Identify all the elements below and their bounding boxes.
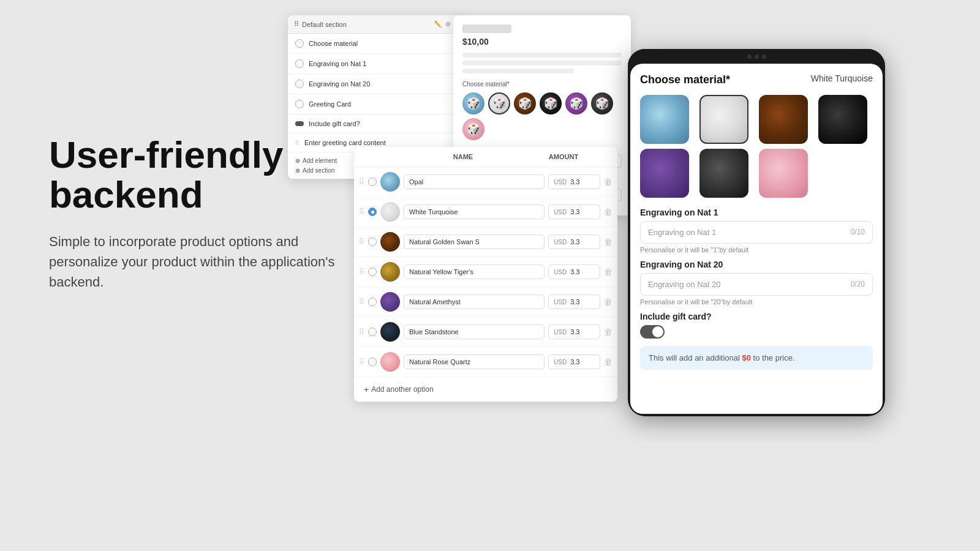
- tablet-dice-dark[interactable]: [818, 95, 867, 144]
- tablet-dice-amethyst[interactable]: [640, 149, 689, 198]
- plus-icon: ⊕: [295, 167, 300, 174]
- drag-handle-icon[interactable]: ⠿: [359, 208, 364, 216]
- info-box-suffix: to the price.: [753, 353, 795, 362]
- edit-icon[interactable]: ✏️: [434, 21, 442, 28]
- dice-dark2[interactable]: 🎲: [591, 92, 613, 114]
- tablet-engraving-nat20-placeholder: Engraving on Nat 20: [648, 280, 721, 289]
- tablet-engraving-nat20-label: Engraving on Nat 20: [640, 260, 873, 269]
- backend-panel-header: ⠿ Default section ✏️ ⚙ ✕: [288, 15, 466, 34]
- delete-icon-white-turquoise[interactable]: 🗑: [604, 207, 612, 217]
- item-icon: [295, 59, 304, 68]
- tablet-dice-pink[interactable]: [759, 149, 808, 198]
- row-amount-blue: USD 3.3: [548, 324, 600, 339]
- dice-purple1[interactable]: 🎲: [565, 92, 587, 114]
- tablet-dice-opal[interactable]: [640, 95, 689, 144]
- backend-item-engraving-nat20[interactable]: Engraving on Nat 20: [288, 74, 466, 94]
- desc-line: [462, 69, 574, 73]
- col-name-header: NAME: [393, 153, 533, 160]
- tablet-engraving-nat1-label: Engraving on Nat 1: [640, 208, 873, 217]
- drag-handle-icon[interactable]: ⠿: [359, 298, 364, 306]
- row-radio-yellow[interactable]: [368, 268, 377, 276]
- tablet-screen: Choose material* White Turquoise Engravi…: [630, 64, 883, 414]
- row-name-input-rose[interactable]: [404, 354, 545, 369]
- tablet-engraving-nat1-count: 0/10: [851, 228, 865, 237]
- row-radio-blue[interactable]: [368, 328, 377, 336]
- row-amount-yellow: USD 3.3: [548, 264, 600, 279]
- dice-golden[interactable]: 🎲: [514, 92, 536, 114]
- tablet-dice-dark2[interactable]: [699, 149, 748, 198]
- item-label: Engraving on Nat 1: [309, 60, 366, 67]
- desc-lines: [462, 53, 622, 73]
- avatar-amethyst: [380, 292, 400, 312]
- row-name-input-amethyst[interactable]: [404, 294, 545, 309]
- table-row: ⠿ USD 3.3 🗑: [354, 197, 617, 227]
- drag-handle-icon[interactable]: ⠿: [359, 268, 364, 276]
- gift-card-toggle[interactable]: [640, 325, 665, 339]
- drag-handle-icon[interactable]: ⠿: [359, 178, 364, 186]
- info-box-text: This will add an additional: [649, 353, 742, 362]
- desc-line: [462, 61, 622, 66]
- row-name-input-yellow[interactable]: [404, 264, 545, 279]
- dice-white-turquoise[interactable]: 🎲: [488, 92, 510, 114]
- delete-icon-opal[interactable]: 🗑: [604, 177, 612, 187]
- camera-dot: [762, 54, 766, 59]
- toggle-icon: [295, 121, 304, 126]
- drag-handle-icon[interactable]: ⠿: [359, 238, 364, 246]
- tablet-dice-white-turquoise[interactable]: [699, 95, 748, 144]
- dice-row-preview: 🎲 🎲 🎲 🎲 🎲 🎲 🎲: [462, 92, 622, 140]
- info-box-amount: $0: [742, 353, 750, 362]
- plus-icon: +: [364, 384, 369, 394]
- table-row: ⠿ USD 3.3 🗑: [354, 227, 617, 257]
- dice-opal[interactable]: 🎲: [462, 92, 484, 114]
- delete-icon-amethyst[interactable]: 🗑: [604, 297, 612, 307]
- delete-icon-yellow[interactable]: 🗑: [604, 267, 612, 277]
- avatar-opal: [380, 172, 400, 192]
- backend-item-include-gift[interactable]: Include gift card?: [288, 114, 466, 133]
- tablet-engraving-nat1-field[interactable]: Engraving on Nat 1 0/10: [640, 221, 873, 244]
- tablet-engraving-nat1-placeholder: Engraving on Nat 1: [648, 228, 716, 237]
- avatar-blue: [380, 322, 400, 342]
- tablet-engraving-nat20-field[interactable]: Engraving on Nat 20 0/20: [640, 273, 873, 296]
- row-name-input-golden[interactable]: [404, 234, 545, 249]
- item-label: Engraving on Nat 20: [309, 80, 370, 88]
- delete-icon-rose[interactable]: 🗑: [604, 357, 612, 367]
- table-row: ⠿ USD 3.3 🗑: [354, 347, 617, 377]
- grid-icon: ⠿: [294, 20, 299, 28]
- tablet-dice-grid: [640, 95, 873, 198]
- row-name-input-white-turquoise[interactable]: [404, 204, 545, 219]
- tablet-material-title: Choose material*: [640, 73, 730, 86]
- plus-icon: ⊕: [295, 157, 300, 164]
- drag-handle-icon[interactable]: ⠿: [359, 358, 364, 366]
- row-radio-opal[interactable]: [368, 178, 377, 186]
- delete-icon-blue[interactable]: 🗑: [604, 327, 612, 337]
- tablet-engraving-nat20-hint: Personalise or it will be "20"by default: [640, 298, 873, 305]
- options-table: NAME AMOUNT ⠿ USD 3.3 🗑 ⠿ USD 3.3 🗑 ⠿ U: [354, 147, 617, 402]
- tablet-selected-value: White Turquoise: [811, 73, 873, 83]
- row-amount-golden: USD 3.3: [548, 234, 600, 249]
- backend-item-greeting-card[interactable]: Greeting Card: [288, 94, 466, 114]
- dice-pink[interactable]: 🎲: [462, 118, 484, 140]
- dice-dark[interactable]: 🎲: [540, 92, 562, 114]
- price-text: $10,00: [462, 37, 622, 47]
- row-radio-white-turquoise[interactable]: [368, 208, 377, 216]
- row-name-input-opal[interactable]: [404, 174, 545, 189]
- settings-icon[interactable]: ⚙: [445, 21, 451, 28]
- row-radio-amethyst[interactable]: [368, 298, 377, 306]
- item-label: Choose material: [309, 40, 358, 47]
- tablet-dice-golden[interactable]: [759, 95, 808, 144]
- backend-item-engraving-nat1[interactable]: Engraving on Nat 1: [288, 54, 466, 74]
- add-another-option-button[interactable]: + Add another option: [354, 377, 617, 402]
- row-radio-rose[interactable]: [368, 358, 377, 366]
- row-amount-rose: USD 3.3: [548, 354, 600, 369]
- avatar-white-turquoise: [380, 202, 400, 222]
- table-row: ⠿ USD 3.3 🗑: [354, 287, 617, 317]
- backend-item-choose-material[interactable]: Choose material: [288, 34, 466, 54]
- row-amount-opal: USD 3.3: [548, 174, 600, 189]
- delete-icon-golden[interactable]: 🗑: [604, 237, 612, 247]
- row-radio-golden[interactable]: [368, 238, 377, 246]
- table-row: ⠿ USD 3.3 🗑: [354, 167, 617, 197]
- tablet-device: Choose material* White Turquoise Engravi…: [628, 49, 885, 416]
- drag-handle-icon[interactable]: ⠿: [359, 328, 364, 336]
- price-bar-placeholder: [462, 24, 511, 33]
- row-name-input-blue[interactable]: [404, 324, 545, 339]
